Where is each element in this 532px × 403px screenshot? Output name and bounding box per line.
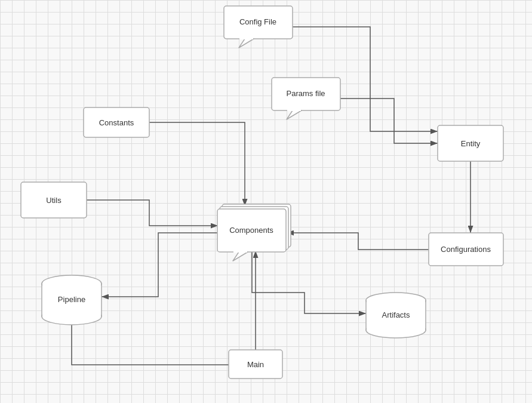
svg-text:Pipeline: Pipeline xyxy=(58,295,85,304)
svg-text:Constants: Constants xyxy=(99,118,134,127)
svg-rect-32 xyxy=(229,350,282,379)
svg-text:Components: Components xyxy=(229,226,273,235)
svg-point-24 xyxy=(42,308,102,325)
svg-rect-13 xyxy=(21,182,87,218)
configurations-node: Configurations xyxy=(429,233,503,266)
svg-point-28 xyxy=(366,293,426,308)
svg-text:Entity: Entity xyxy=(461,139,481,148)
svg-rect-17 xyxy=(217,209,286,252)
svg-rect-22 xyxy=(42,284,102,316)
svg-rect-30 xyxy=(367,301,425,330)
utils-node: Utils xyxy=(21,182,87,218)
svg-rect-2 xyxy=(0,0,532,403)
svg-rect-3 xyxy=(224,6,293,39)
svg-point-23 xyxy=(42,275,102,292)
config-file-node: Config File xyxy=(224,6,293,48)
svg-rect-25 xyxy=(42,284,101,316)
svg-text:Artifacts: Artifacts xyxy=(382,310,410,319)
svg-text:Main: Main xyxy=(247,360,264,369)
svg-text:Configurations: Configurations xyxy=(441,245,491,254)
svg-rect-15 xyxy=(222,204,291,247)
svg-rect-11 xyxy=(438,125,503,161)
entity-node: Entity xyxy=(438,125,503,161)
components-node: Components xyxy=(217,204,291,261)
svg-rect-16 xyxy=(220,207,288,250)
constants-node: Constants xyxy=(84,107,149,137)
pipeline-node: Pipeline xyxy=(42,275,102,325)
svg-rect-27 xyxy=(366,300,426,330)
params-file-node: Params file xyxy=(272,78,340,119)
svg-text:Params file: Params file xyxy=(286,89,325,98)
svg-text:Utils: Utils xyxy=(46,196,61,205)
main-node: Main xyxy=(229,350,282,379)
svg-rect-6 xyxy=(272,78,340,110)
svg-rect-20 xyxy=(429,233,503,266)
svg-text:Config File: Config File xyxy=(239,17,276,26)
svg-rect-9 xyxy=(84,107,149,137)
artifacts-node: Artifacts xyxy=(366,293,426,338)
svg-point-29 xyxy=(366,322,426,338)
